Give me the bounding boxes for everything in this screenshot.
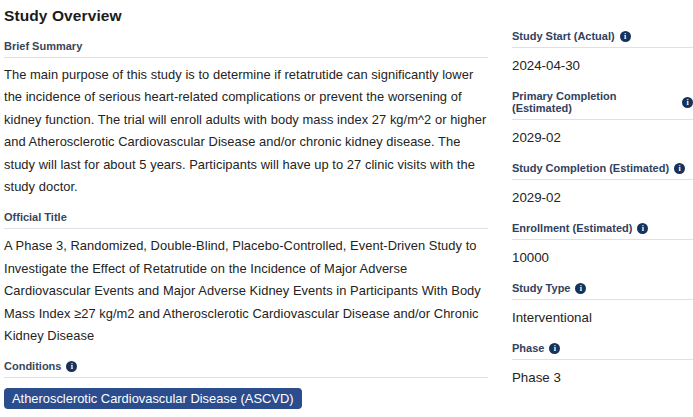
info-icon[interactable]: i bbox=[575, 283, 586, 294]
field-study-type: Study Type i Interventional bbox=[512, 282, 693, 325]
section-conditions: Conditions i Atherosclerotic Cardiovascu… bbox=[4, 360, 488, 417]
field-value: 2024-04-30 bbox=[512, 58, 693, 73]
condition-badges: Atherosclerotic Cardiovascular Disease (… bbox=[4, 388, 488, 417]
field-label: Enrollment (Estimated) bbox=[512, 222, 632, 234]
field-value: Phase 3 bbox=[512, 370, 693, 385]
brief-summary-text: The main purpose of this study is to det… bbox=[4, 64, 488, 198]
official-title-text: A Phase 3, Randomized, Double-Blind, Pla… bbox=[4, 235, 488, 347]
info-icon[interactable]: i bbox=[637, 223, 648, 234]
info-icon[interactable]: i bbox=[620, 31, 631, 42]
info-icon[interactable]: i bbox=[66, 361, 77, 372]
study-overview-page: Study Overview Brief Summary The main pu… bbox=[0, 0, 693, 417]
field-study-completion: Study Completion (Estimated) i 2029-02 bbox=[512, 162, 693, 205]
section-label-official-title: Official Title bbox=[4, 211, 488, 229]
field-label: Phase bbox=[512, 342, 544, 354]
section-label-brief-summary: Brief Summary bbox=[4, 40, 488, 58]
field-enrollment: Enrollment (Estimated) i 10000 bbox=[512, 222, 693, 265]
field-value: 2029-02 bbox=[512, 190, 693, 205]
main-column: Study Overview Brief Summary The main pu… bbox=[4, 0, 488, 417]
field-phase: Phase i Phase 3 bbox=[512, 342, 693, 385]
brief-summary-label: Brief Summary bbox=[4, 40, 82, 52]
section-official-title: Official Title A Phase 3, Randomized, Do… bbox=[4, 211, 488, 347]
section-brief-summary: Brief Summary The main purpose of this s… bbox=[4, 40, 488, 198]
page-title: Study Overview bbox=[4, 7, 488, 25]
condition-badge-ascvd[interactable]: Atherosclerotic Cardiovascular Disease (… bbox=[4, 388, 302, 409]
official-title-label: Official Title bbox=[4, 211, 67, 223]
field-study-start: Study Start (Actual) i 2024-04-30 bbox=[512, 30, 693, 73]
field-primary-completion: Primary Completion (Estimated) i 2029-02 bbox=[512, 90, 693, 145]
conditions-label: Conditions bbox=[4, 360, 61, 372]
field-label: Study Completion (Estimated) bbox=[512, 162, 669, 174]
field-value: Interventional bbox=[512, 310, 693, 325]
info-icon[interactable]: i bbox=[549, 343, 560, 354]
field-value: 10000 bbox=[512, 250, 693, 265]
study-details-sidebar: Study Start (Actual) i 2024-04-30 Primar… bbox=[512, 0, 693, 417]
section-label-conditions: Conditions i bbox=[4, 360, 488, 378]
info-icon[interactable]: i bbox=[674, 163, 685, 174]
field-label: Primary Completion (Estimated) bbox=[512, 90, 677, 114]
field-value: 2029-02 bbox=[512, 130, 693, 145]
field-label: Study Start (Actual) bbox=[512, 30, 615, 42]
info-icon[interactable]: i bbox=[682, 97, 693, 108]
field-label: Study Type bbox=[512, 282, 570, 294]
